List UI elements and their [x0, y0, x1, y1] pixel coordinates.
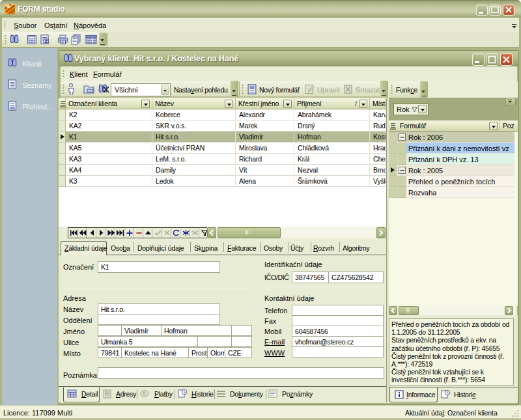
svg-text:$: $ — [143, 391, 145, 396]
